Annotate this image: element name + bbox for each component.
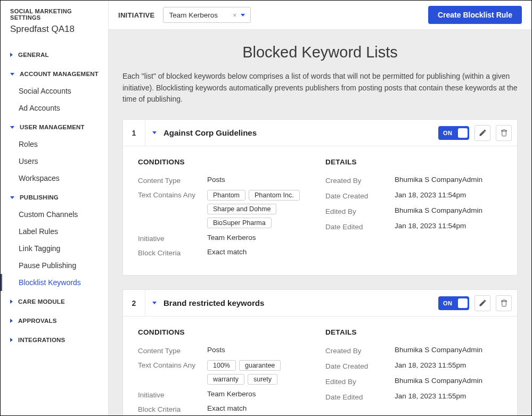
sidebar-title: SOCIAL MARKETING SETTINGS — [1, 8, 108, 24]
toggle-label: ON — [443, 300, 453, 306]
delete-rule-button[interactable] — [496, 125, 512, 141]
field-row: InitiativeTeam Kerberos — [138, 390, 315, 399]
edit-rule-button[interactable] — [474, 125, 490, 141]
keyword-tag: warranty — [207, 374, 244, 385]
rule-index: 2 — [123, 290, 145, 316]
field-value: Posts — [207, 346, 315, 354]
nav-section-header[interactable]: CARE MODULE — [1, 293, 108, 310]
nav-section-label: CARE MODULE — [18, 298, 65, 305]
field-label: Block Criteria — [138, 248, 207, 257]
chevron-right-icon — [10, 338, 13, 342]
toggle-knob — [458, 298, 468, 308]
nav-item[interactable]: Roles — [1, 136, 108, 153]
rule-enabled-toggle[interactable]: ON — [438, 296, 469, 310]
conditions-heading: CONDITIONS — [138, 328, 315, 336]
rule-body: CONDITIONSContent TypePostsText Contains… — [123, 317, 517, 415]
content: Blocked Keyword Lists Each "list" of blo… — [109, 30, 531, 415]
field-label: Content Type — [138, 176, 207, 185]
topbar: INITIATIVE Team Kerberos × Create Blockl… — [109, 1, 531, 30]
keyword-tag: Sharpe and Dohme — [207, 204, 276, 214]
field-value: PhantomPhantom Inc.Sharpe and DohmeBioSu… — [207, 190, 315, 228]
field-value: Jan 18, 2023 11:54pm — [395, 191, 502, 199]
nav-section-header[interactable]: ACCOUNT MANAGEMENT — [1, 65, 108, 82]
rule-enabled-toggle[interactable]: ON — [438, 126, 469, 140]
field-value: Bhumika S CompanyAdmin — [395, 346, 502, 354]
clear-initiative-icon[interactable]: × — [233, 11, 237, 19]
edit-rule-button[interactable] — [474, 295, 490, 311]
create-blocklist-rule-button[interactable]: Create Blocklist Rule — [428, 6, 522, 24]
keyword-tag: 100% — [207, 360, 236, 371]
nav-item[interactable]: Link Tagging — [1, 240, 108, 257]
toggle-label: ON — [443, 130, 453, 136]
field-row: Content TypePosts — [138, 176, 315, 185]
nav-section-header[interactable]: USER MANAGEMENT — [1, 119, 108, 136]
field-label: Content Type — [138, 346, 207, 355]
trash-icon — [500, 129, 508, 137]
nav-item[interactable]: Social Accounts — [1, 82, 108, 99]
keyword-tag-list: PhantomPhantom Inc.Sharpe and DohmeBioSu… — [207, 190, 315, 228]
field-value: Team Kerberos — [207, 234, 315, 242]
field-label: Text Contains Any — [138, 360, 207, 369]
conditions-heading: CONDITIONS — [138, 158, 315, 166]
conditions-column: CONDITIONSContent TypePostsText Contains… — [138, 328, 315, 415]
field-label: Initiative — [138, 390, 207, 399]
nav-section-label: GENERAL — [18, 52, 49, 58]
field-value: Jan 18, 2023 11:55pm — [395, 361, 502, 369]
nav-section-label: USER MANAGEMENT — [20, 124, 85, 130]
nav-section-header[interactable]: APPROVALS — [1, 312, 108, 329]
field-row: Text Contains AnyPhantomPhantom Inc.Shar… — [138, 190, 315, 228]
keyword-tag: guarantee — [239, 360, 281, 371]
details-column: DETAILSCreated ByBhumika S CompanyAdminD… — [325, 158, 502, 262]
field-row: Date EditedJan 18, 2023 11:54pm — [325, 222, 502, 231]
field-row: Date CreatedJan 18, 2023 11:55pm — [325, 361, 502, 370]
chevron-down-icon — [10, 196, 14, 199]
nav-item[interactable]: Pause Publishing — [1, 257, 108, 274]
chevron-right-icon — [10, 319, 13, 323]
rule-collapse-toggle[interactable] — [145, 131, 163, 134]
nav-item[interactable]: Label Rules — [1, 223, 108, 240]
toggle-knob — [458, 128, 468, 138]
keyword-tag: BioSuper Pharma — [207, 218, 272, 228]
rule-title: Brand restricted keywords — [163, 298, 438, 307]
chevron-down-icon — [10, 126, 14, 129]
field-label: Created By — [325, 346, 395, 355]
nav-item[interactable]: Users — [1, 153, 108, 170]
nav-section-header[interactable]: GENERAL — [1, 46, 108, 63]
nav-section-header[interactable]: INTEGRATIONS — [1, 331, 108, 348]
rule-header: 2Brand restricted keywordsON — [123, 290, 517, 317]
field-value: Exact match — [207, 248, 315, 256]
nav-item[interactable]: Custom Channels — [1, 206, 108, 223]
field-value: Jan 18, 2023 11:55pm — [395, 392, 502, 400]
delete-rule-button[interactable] — [496, 295, 512, 311]
field-value: Posts — [207, 176, 315, 184]
chevron-down-icon — [10, 73, 14, 76]
field-row: Block CriteriaExact match — [138, 404, 315, 413]
field-value: Team Kerberos — [207, 390, 315, 398]
rule-card: 1Against Corp GuidelinesONCONDITIONSCont… — [122, 119, 518, 276]
field-label: Block Criteria — [138, 404, 207, 413]
field-label: Date Edited — [325, 392, 395, 401]
rule-index: 1 — [123, 120, 145, 146]
nav-section-header[interactable]: PUBLISHING — [1, 189, 108, 206]
nav-item[interactable]: Blocklist Keywords — [1, 274, 108, 291]
field-label: Date Created — [325, 191, 395, 200]
chevron-down-icon — [241, 14, 245, 16]
field-label: Date Created — [325, 361, 395, 370]
field-value: Jan 18, 2023 11:54pm — [395, 222, 502, 230]
initiative-label: INITIATIVE — [118, 11, 154, 19]
initiative-select[interactable]: Team Kerberos × — [163, 7, 251, 23]
initiative-value: Team Kerberos — [169, 11, 218, 19]
conditions-column: CONDITIONSContent TypePostsText Contains… — [138, 158, 315, 262]
details-heading: DETAILS — [325, 328, 502, 336]
chevron-right-icon — [10, 53, 13, 57]
page-description: Each "list" of blocked keywords below co… — [122, 71, 518, 105]
field-row: Edited ByBhumika S CompanyAdmin — [325, 377, 502, 386]
pencil-icon — [479, 299, 487, 307]
field-row: Edited ByBhumika S CompanyAdmin — [325, 206, 502, 215]
field-label: Date Edited — [325, 222, 395, 231]
field-label: Text Contains Any — [138, 190, 207, 199]
rule-collapse-toggle[interactable] — [145, 302, 163, 304]
nav-item[interactable]: Ad Accounts — [1, 99, 108, 117]
nav-item[interactable]: Workspaces — [1, 170, 108, 187]
field-value: Bhumika S CompanyAdmin — [395, 206, 502, 214]
